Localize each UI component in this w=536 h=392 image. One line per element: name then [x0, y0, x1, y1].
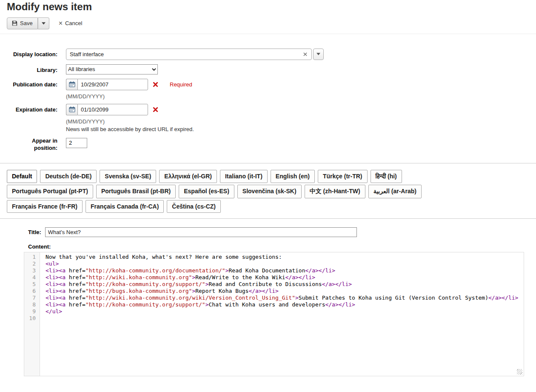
line-number: 2: [24, 260, 40, 267]
tab-de-DE[interactable]: Deutsch (de-DE): [40, 170, 97, 183]
position-row: Appear in position:: [0, 137, 536, 152]
editor-section: Title: Content: 12345678910 Now that you…: [28, 227, 529, 376]
expiration-date-calendar-button[interactable]: [66, 104, 77, 115]
code-line: </ul>: [46, 308, 524, 315]
line-number: 5: [24, 281, 40, 288]
save-button[interactable]: Save: [7, 17, 38, 29]
code-line: Now that you've installed Koha, what's n…: [46, 254, 524, 260]
save-split-button: Save: [7, 17, 49, 29]
toolbar: Save × Cancel: [0, 17, 536, 34]
display-location-label: Display location:: [0, 49, 66, 57]
library-row: Library: All libraries: [0, 64, 536, 74]
dropdown-caret-icon: [316, 53, 320, 55]
publication-date-format-hint: (MM/DD/YYYY): [66, 93, 192, 100]
line-number: 8: [24, 301, 40, 308]
tab-fr-FR[interactable]: Français France (fr-FR): [7, 200, 83, 213]
cancel-button-label: Cancel: [65, 20, 82, 26]
title-label: Title:: [28, 229, 41, 235]
tab-cs-CZ[interactable]: Čeština (cs-CZ): [167, 200, 221, 213]
tab-ar-Arab[interactable]: العربية (ar-Arab): [368, 185, 422, 198]
tab-es-ES[interactable]: Español (es-ES): [179, 185, 234, 198]
calendar-icon: [69, 81, 75, 87]
tab-default[interactable]: Default: [7, 170, 37, 183]
editor-code-area[interactable]: Now that you've installed Koha, what's n…: [40, 252, 524, 376]
expiration-date-format-hint: (MM/DD/YYYY): [66, 118, 194, 125]
tab-en[interactable]: English (en): [271, 170, 315, 183]
library-select[interactable]: All libraries: [66, 64, 158, 74]
close-icon: ×: [59, 20, 63, 27]
code-line: <li><a href="http://wiki.koha-community.…: [46, 274, 524, 281]
required-indicator: Required: [170, 81, 192, 88]
expiration-date-note: News will still be accessible by direct …: [66, 126, 194, 132]
save-button-label: Save: [20, 20, 33, 26]
tab-sv-SE[interactable]: Svenska (sv-SE): [100, 170, 156, 183]
clear-selection-icon[interactable]: [302, 52, 308, 57]
caret-down-icon: [42, 22, 46, 25]
publication-date-calendar-button[interactable]: [66, 79, 77, 90]
clear-expiration-date-icon[interactable]: [152, 106, 159, 113]
editor-resize-handle[interactable]: [517, 369, 522, 375]
position-input[interactable]: [66, 138, 87, 148]
publication-date-label: Publication date:: [0, 79, 66, 88]
position-label: Appear in position:: [22, 137, 57, 152]
line-number: 10: [24, 315, 40, 322]
editor-gutter: 12345678910: [24, 252, 40, 376]
save-dropdown-toggle[interactable]: [38, 17, 49, 29]
news-form: Display location: Staff interface Librar…: [0, 49, 536, 152]
publication-date-input[interactable]: [77, 79, 148, 90]
tab-pt-PT[interactable]: Português Portugal (pt-PT): [7, 185, 93, 198]
expiration-date-label: Expiration date:: [0, 104, 66, 113]
tab-sk-SK[interactable]: Slovenčina (sk-SK): [237, 185, 302, 198]
code-line: <li><a href="http://koha-community.org/d…: [46, 267, 524, 274]
save-icon: [12, 20, 17, 26]
code-line: <li><a href="http://bugs.koha-community.…: [46, 288, 524, 295]
code-line: <li><a href="http://wiki.koha-community.…: [46, 295, 524, 301]
display-location-dropdown-toggle[interactable]: [313, 49, 324, 60]
cancel-button[interactable]: × Cancel: [56, 20, 85, 27]
calendar-icon: [69, 106, 75, 112]
clear-publication-date-icon[interactable]: [152, 81, 159, 88]
content-label: Content:: [28, 243, 529, 250]
display-location-select[interactable]: Staff interface: [66, 49, 312, 60]
tab-pt-BR[interactable]: Português Brasil (pt-BR): [96, 185, 176, 198]
library-label: Library:: [0, 64, 66, 73]
language-tabs: DefaultDeutsch (de-DE)Svenska (sv-SE)Ελλ…: [0, 163, 536, 219]
tab-hi[interactable]: हिन्दी (hi): [371, 170, 402, 183]
expiration-date-input[interactable]: [77, 104, 148, 115]
page-title: Modify news item: [7, 1, 536, 13]
line-number: 4: [24, 274, 40, 281]
expiration-date-row: Expiration date:: [0, 104, 536, 132]
line-number: 1: [24, 254, 40, 260]
line-number: 6: [24, 288, 40, 295]
code-line: <li><a href="http://koha-community.org/s…: [46, 301, 524, 308]
tab-el-GR[interactable]: Ελληνικά (el-GR): [159, 170, 217, 183]
code-line: [46, 315, 524, 322]
code-line: <ul>: [46, 260, 524, 267]
line-number: 7: [24, 295, 40, 301]
code-line: <li><a href="http://koha-community.org/s…: [46, 281, 524, 288]
publication-date-row: Publication date:: [0, 79, 536, 100]
tab-zh-Hant-TW[interactable]: 中文 (zh-Hant-TW): [305, 185, 365, 198]
line-number: 9: [24, 308, 40, 315]
tab-it-IT[interactable]: Italiano (it-IT): [220, 170, 268, 183]
content-editor: 12345678910 Now that you've installed Ko…: [24, 252, 524, 376]
title-input[interactable]: [45, 227, 357, 237]
tab-tr-TR[interactable]: Türkçe (tr-TR): [318, 170, 368, 183]
tab-fr-CA[interactable]: Français Canada (fr-CA): [86, 200, 164, 213]
display-location-row: Display location: Staff interface: [0, 49, 536, 60]
display-location-value: Staff interface: [70, 51, 302, 57]
line-number: 3: [24, 267, 40, 274]
